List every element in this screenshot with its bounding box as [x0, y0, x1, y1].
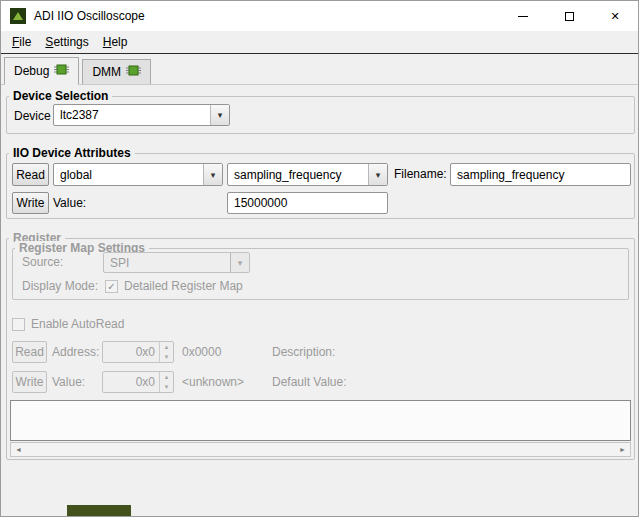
register-value-spinner-value: 0x0	[103, 375, 159, 389]
filename-input-value: sampling_frequency	[457, 168, 564, 182]
chevron-down-icon: ▾	[230, 253, 249, 272]
address-spinner[interactable]: 0x0 ▲ ▼	[102, 341, 174, 363]
attr-read-label: Read	[16, 168, 45, 182]
description-label: Description:	[272, 341, 335, 363]
app-logo-icon	[10, 8, 26, 24]
chevron-down-icon: ▾	[203, 164, 222, 185]
attr-value-input-value: 15000000	[234, 196, 287, 210]
menu-settings[interactable]: Settings	[38, 32, 95, 52]
attr-value-label: Value:	[53, 192, 86, 214]
register-description-textview[interactable]	[10, 400, 631, 441]
titlebar: ADI IIO Oscilloscope ✕	[1, 1, 638, 31]
attr-name-combo[interactable]: sampling_frequency ▾	[227, 163, 388, 186]
window-title: ADI IIO Oscilloscope	[34, 9, 145, 23]
chevron-down-icon: ▾	[368, 164, 387, 185]
bottom-green-panel	[67, 505, 131, 517]
register-value-label: Value:	[52, 371, 85, 393]
check-icon: ✓	[107, 281, 115, 292]
tab-debug[interactable]: Debug	[4, 57, 79, 85]
spin-down-icon: ▼	[160, 352, 173, 362]
menubar: File Settings Help	[1, 31, 638, 54]
display-mode-label: Display Mode:	[22, 276, 98, 296]
register-write-button[interactable]: Write	[12, 371, 47, 393]
address-label: Address:	[52, 341, 99, 363]
chip-icon	[126, 64, 141, 80]
device-selection-title: Device Selection	[9, 89, 112, 104]
default-value-label: Default Value:	[272, 371, 347, 393]
menu-help[interactable]: Help	[96, 32, 135, 52]
attr-name-combo-value: sampling_frequency	[228, 168, 368, 182]
maximize-button[interactable]	[546, 1, 592, 31]
attr-read-button[interactable]: Read	[12, 163, 49, 186]
scroll-right-icon: ►	[615, 446, 630, 453]
register-read-button[interactable]: Read	[12, 341, 47, 363]
attr-group-combo[interactable]: global ▾	[53, 163, 223, 186]
tab-debug-label: Debug	[14, 64, 49, 78]
register-map-settings-frame: Register Map Settings Source: SPI ▾ Disp…	[12, 248, 629, 300]
source-combo-value: SPI	[104, 256, 230, 270]
tab-dmm[interactable]: DMM	[82, 59, 151, 84]
source-label: Source:	[22, 252, 63, 273]
autoread-checkbox[interactable]	[12, 318, 25, 331]
tab-strip: Debug DMM	[1, 55, 638, 85]
minimize-icon	[518, 16, 528, 17]
spin-down-icon: ▼	[160, 382, 173, 392]
spinner-steps[interactable]: ▲ ▼	[159, 372, 173, 392]
attr-group-combo-value: global	[54, 168, 203, 182]
spinner-steps[interactable]: ▲ ▼	[159, 342, 173, 362]
register-read-label: Read	[15, 345, 44, 359]
spin-up-icon: ▲	[160, 342, 173, 352]
iio-attributes-title: IIO Device Attributes	[9, 146, 135, 161]
filename-label: Filename:	[394, 163, 447, 186]
address-spinner-value: 0x0	[103, 345, 159, 359]
chip-icon	[54, 63, 69, 79]
source-combo[interactable]: SPI ▾	[103, 252, 250, 273]
close-icon: ✕	[610, 10, 619, 23]
autoread-label: Enable AutoRead	[31, 314, 124, 334]
horizontal-scrollbar[interactable]: ◄ ►	[10, 442, 631, 457]
tab-dmm-label: DMM	[92, 65, 121, 79]
maximize-icon	[565, 12, 574, 21]
close-button[interactable]: ✕	[592, 1, 638, 31]
register-write-label: Write	[16, 375, 44, 389]
register-frame: Register Register Map Settings Source: S…	[6, 238, 635, 460]
device-combo-value: ltc2387	[54, 108, 210, 122]
display-mode-checkbox[interactable]: ✓	[105, 280, 118, 293]
filename-input[interactable]: sampling_frequency	[450, 163, 631, 186]
device-combo[interactable]: ltc2387 ▾	[53, 104, 230, 126]
device-label: Device	[14, 105, 51, 127]
display-mode-option-label: Detailed Register Map	[124, 276, 243, 296]
iio-attributes-frame: IIO Device Attributes Read global ▾ samp…	[6, 153, 635, 219]
spin-up-icon: ▲	[160, 372, 173, 382]
attr-value-input[interactable]: 15000000	[227, 192, 388, 214]
device-selection-frame: Device Selection Device ltc2387 ▾	[6, 96, 635, 134]
minimize-button[interactable]	[500, 1, 546, 31]
register-value-spinner[interactable]: 0x0 ▲ ▼	[102, 371, 174, 393]
register-value-resolved: <unknown>	[182, 371, 244, 393]
address-resolved: 0x0000	[182, 341, 221, 363]
menu-file[interactable]: File	[5, 32, 38, 52]
scroll-left-icon: ◄	[11, 446, 26, 453]
attr-write-button[interactable]: Write	[12, 192, 49, 214]
chevron-down-icon: ▾	[210, 105, 229, 125]
app-window: ADI IIO Oscilloscope ✕ File Settings Hel…	[0, 0, 639, 517]
attr-write-label: Write	[17, 196, 45, 210]
